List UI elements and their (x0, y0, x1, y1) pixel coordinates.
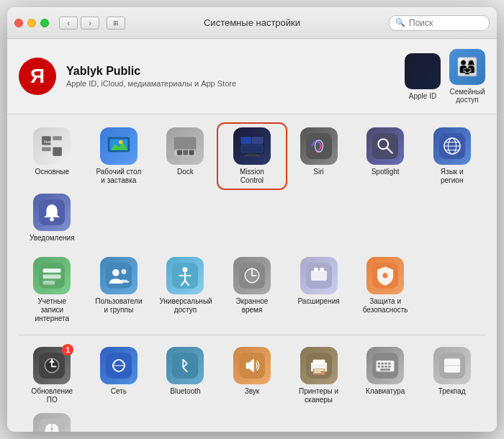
item-trekpad[interactable]: Трекпад (418, 344, 485, 407)
label-uvedom: Уведомления (30, 234, 75, 243)
family-button[interactable]: 👨‍👩‍👧 Семейныйдоступ (449, 49, 485, 104)
apple-id-button[interactable]: Apple ID (405, 53, 441, 100)
svg-rect-36 (106, 263, 132, 289)
svg-rect-16 (241, 145, 263, 153)
svg-rect-17 (247, 153, 257, 155)
icon-mysh (33, 413, 71, 432)
section-2: Учетные записиинтернета Пользователии гр… (19, 254, 485, 326)
icon-bt (166, 347, 204, 384)
label-bt: Bluetooth (170, 387, 200, 396)
item-mission[interactable]: MissionControl (219, 125, 286, 188)
label-rabochiy: Рабочий столи заставка (96, 168, 141, 185)
item-yazyk[interactable]: Язык ирегион (418, 125, 485, 188)
section-1: New Основные Рабочий столи заставка Dock (19, 125, 485, 245)
svg-rect-71 (378, 363, 380, 365)
forward-button[interactable]: › (81, 17, 99, 30)
minimize-button[interactable] (27, 19, 36, 27)
svg-rect-33 (43, 268, 61, 273)
item-rabochiy[interactable]: Рабочий столи заставка (86, 125, 153, 188)
svg-rect-10 (177, 150, 182, 155)
svg-rect-78 (388, 366, 390, 368)
svg-rect-79 (380, 368, 390, 371)
svg-rect-1 (53, 136, 62, 140)
icon-zashch (366, 257, 404, 294)
icon-zvuk (233, 347, 271, 384)
svg-rect-67 (314, 370, 324, 371)
icon-spotlight (366, 127, 404, 165)
item-mysh[interactable]: Мышь (19, 410, 86, 432)
item-print[interactable]: Принтеры исканеры (285, 344, 352, 407)
icon-uchzap (33, 257, 71, 294)
item-spotlight[interactable]: Spotlight (352, 125, 419, 188)
family-label: Семейныйдоступ (449, 88, 485, 104)
item-dock[interactable]: Dock (152, 125, 219, 188)
apple-id-icon-box (405, 53, 441, 89)
profile-subtitle: Apple ID, iCloud, медиаматериалы и App S… (66, 79, 395, 88)
label-yazyk: Язык ирегион (441, 168, 464, 185)
icon-osnov: New (33, 127, 71, 165)
item-bt[interactable]: Bluetooth (152, 344, 219, 407)
icon-klaviat (366, 347, 404, 384)
icon-polzov (100, 257, 138, 294)
icon-mission (233, 127, 271, 165)
svg-point-85 (50, 427, 53, 430)
family-people-icon: 👨‍👩‍👧 (456, 57, 478, 77)
titlebar: ‹ › ⊞ Системные настройки 🔍 (7, 7, 497, 39)
svg-rect-12 (189, 150, 194, 155)
close-button[interactable] (14, 19, 23, 27)
item-uvedom[interactable]: Уведомления (19, 191, 86, 245)
label-uchzap: Учетные записиинтернета (26, 297, 78, 323)
item-klaviat[interactable]: Клавиатура (352, 344, 419, 407)
item-set[interactable]: Сеть (86, 344, 153, 407)
item-obnovl[interactable]: 1 ОбновлениеПО (19, 344, 86, 407)
section-3: 1 ОбновлениеПО Сеть (19, 344, 485, 432)
item-empty1 (418, 254, 485, 326)
icon-uvedom (33, 194, 71, 231)
label-rasshir: Расширения (297, 297, 339, 306)
item-polzov[interactable]: Пользователии группы (86, 254, 153, 326)
svg-rect-11 (184, 150, 189, 155)
icon-ekran (233, 257, 271, 294)
maximize-button[interactable] (40, 19, 49, 27)
search-box[interactable]: 🔍 (389, 15, 490, 31)
item-rasshir[interactable]: Расширения (285, 254, 352, 326)
svg-point-31 (50, 217, 55, 222)
back-button[interactable]: ‹ (59, 17, 78, 30)
icon-set (100, 347, 138, 384)
label-set: Сеть (111, 387, 127, 396)
search-input[interactable] (409, 18, 483, 28)
window-title: Системные настройки (204, 17, 300, 28)
svg-point-54 (383, 273, 388, 279)
item-ekran[interactable]: Экранноевремя (219, 254, 286, 326)
profile-name: Yablyk Public (66, 65, 395, 78)
item-zashch[interactable]: Защита ибезопасность (352, 254, 419, 326)
label-univers: Универсальныйдоступ (159, 297, 211, 314)
traffic-lights (14, 19, 49, 27)
label-spotlight: Spotlight (372, 168, 400, 176)
search-icon: 🔍 (395, 18, 405, 27)
label-mission: MissionControl (240, 168, 264, 185)
item-uchzap[interactable]: Учетные записиинтернета (19, 254, 86, 326)
family-icon-box: 👨‍👩‍👧 (449, 49, 485, 85)
svg-rect-35 (43, 281, 55, 285)
label-siri: Siri (313, 168, 323, 176)
label-zvuk: Звук (245, 387, 260, 396)
avatar[interactable]: Я (19, 58, 56, 95)
item-osnov[interactable]: New Основные (19, 125, 86, 188)
svg-rect-65 (312, 360, 325, 364)
icon-siri (300, 127, 338, 165)
svg-rect-75 (378, 366, 380, 368)
svg-point-7 (119, 140, 123, 145)
icon-empty1 (433, 257, 471, 294)
svg-rect-74 (388, 363, 390, 365)
item-siri[interactable]: Siri (285, 125, 352, 188)
item-zvuk[interactable]: Звук (219, 344, 286, 407)
grid-view-button[interactable]: ⊞ (107, 17, 125, 30)
svg-rect-51 (314, 268, 318, 272)
svg-text:New: New (44, 139, 53, 144)
item-univers[interactable]: Универсальныйдоступ (152, 254, 219, 326)
icon-rasshir (300, 257, 338, 294)
svg-rect-72 (382, 363, 384, 365)
profile-info: Yablyk Public Apple ID, iCloud, медиамат… (66, 65, 395, 88)
label-dock: Dock (177, 168, 194, 176)
